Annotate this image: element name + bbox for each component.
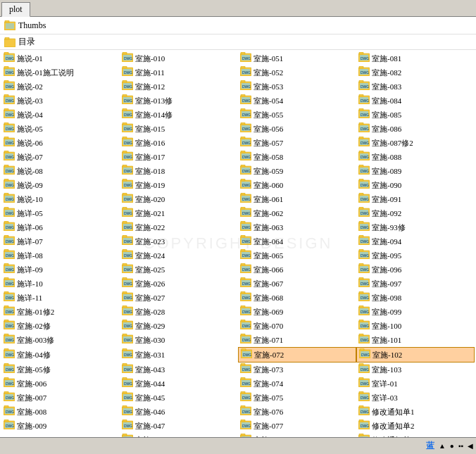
file-item[interactable]: DWG 室施-092 bbox=[356, 206, 475, 220]
file-item[interactable]: DWG 室施-017 bbox=[120, 150, 238, 164]
file-item[interactable]: DWG 室施-091 bbox=[356, 192, 475, 206]
file-item[interactable]: DWG 室施-096 bbox=[356, 263, 475, 277]
file-item[interactable]: DWG 室施-060 bbox=[238, 178, 356, 192]
file-item[interactable]: DWG 施详-06 bbox=[1, 220, 120, 234]
tab-plot[interactable]: plot bbox=[1, 2, 30, 17]
file-item[interactable]: DWG 室施-05修 bbox=[1, 362, 120, 377]
file-item[interactable]: DWG 室施-071 bbox=[238, 333, 356, 347]
file-item[interactable]: DWG 室施-095 bbox=[356, 248, 475, 263]
file-item[interactable]: DWG 室施-056 bbox=[238, 122, 356, 136]
file-item[interactable]: DWG 室施-022 bbox=[120, 220, 238, 234]
file-item[interactable]: DWG 室施-098 bbox=[356, 291, 475, 305]
file-item[interactable]: DWG 室施-077 bbox=[238, 419, 356, 433]
file-item[interactable]: DWG 室施-076 bbox=[238, 405, 356, 419]
file-item[interactable]: DWG 室施-048 bbox=[120, 433, 238, 437]
file-item[interactable]: DWG 室施-007 bbox=[1, 391, 120, 405]
file-item[interactable]: DWG 施详-08 bbox=[1, 248, 120, 263]
file-item[interactable]: DWG 室施-015 bbox=[120, 122, 238, 136]
file-item[interactable]: DWG 室施-086 bbox=[356, 122, 475, 136]
file-item[interactable]: DWG 室施-012 bbox=[120, 80, 238, 94]
file-item[interactable]: DWG 室施-102 bbox=[356, 347, 475, 362]
file-item[interactable]: DWG 室施-045 bbox=[120, 391, 238, 405]
file-item[interactable]: DWG 施说-10 bbox=[1, 192, 120, 206]
file-item[interactable]: DWG 施详-07 bbox=[1, 234, 120, 248]
file-item[interactable]: DWG 室施-081 bbox=[356, 51, 475, 65]
file-item[interactable]: DWG 室施-006 bbox=[1, 377, 120, 391]
file-item[interactable]: DWG 室施-011 bbox=[120, 65, 238, 80]
file-item[interactable]: DWG 室详-03 bbox=[356, 391, 475, 405]
file-item[interactable]: DWG 室施-053 bbox=[238, 80, 356, 94]
file-item[interactable]: DWG 室施-93修 bbox=[356, 220, 475, 234]
file-item[interactable]: DWG 室施-014修 bbox=[120, 108, 238, 122]
file-item[interactable]: DWG 室施-024 bbox=[120, 248, 238, 263]
file-item[interactable]: DWG 室施-078 bbox=[238, 433, 356, 437]
file-item[interactable]: DWG 室施-051 bbox=[238, 51, 356, 65]
file-item[interactable]: DWG 室施-01修2 bbox=[1, 305, 120, 319]
file-item[interactable]: DWG 室施-059 bbox=[238, 164, 356, 178]
file-item[interactable]: DWG 室施-063 bbox=[238, 220, 356, 234]
file-item[interactable]: DWG 修改通知单2 bbox=[356, 419, 475, 433]
file-item[interactable]: DWG 室施-084 bbox=[356, 94, 475, 108]
file-item[interactable]: DWG 室施-088 bbox=[356, 150, 475, 164]
file-item[interactable]: DWG 室施-094 bbox=[356, 234, 475, 248]
file-item[interactable]: DWG 室施-064 bbox=[238, 234, 356, 248]
file-item[interactable]: DWG 室施-057 bbox=[238, 136, 356, 150]
file-item[interactable]: DWG 室施-065 bbox=[238, 248, 356, 263]
file-item[interactable]: DWG 室详-01 bbox=[356, 377, 475, 391]
file-item[interactable]: DWG 室施-070 bbox=[238, 319, 356, 333]
file-item[interactable]: DWG 室施-083 bbox=[356, 80, 475, 94]
file-item[interactable]: DWG 室施-029 bbox=[120, 319, 238, 333]
file-item[interactable]: DWG 施说-05 bbox=[1, 122, 120, 136]
file-item[interactable]: DWG 室施-072 bbox=[238, 347, 356, 362]
file-item[interactable]: DWG 室施-02修 bbox=[1, 319, 120, 333]
file-item[interactable]: DWG 修改通知单3 bbox=[356, 433, 475, 437]
file-item[interactable]: DWG 施说-01施工说明 bbox=[1, 65, 120, 80]
file-item[interactable]: DWG 室施-055 bbox=[238, 108, 356, 122]
file-item[interactable]: DWG 施详-09 bbox=[1, 263, 120, 277]
file-item[interactable]: DWG 室施-020 bbox=[120, 192, 238, 206]
file-item[interactable]: DWG 室施-097 bbox=[356, 277, 475, 291]
file-item[interactable]: DWG 室施-018 bbox=[120, 164, 238, 178]
file-item[interactable]: DWG 室施-052 bbox=[238, 65, 356, 80]
file-item[interactable]: DWG 室施-061 bbox=[238, 192, 356, 206]
file-item[interactable]: DWG 施说-01 bbox=[1, 51, 120, 65]
file-item[interactable]: DWG 施说-02 bbox=[1, 80, 120, 94]
file-item[interactable]: DWG 室施-067 bbox=[238, 277, 356, 291]
file-item[interactable]: DWG 室施-066 bbox=[238, 263, 356, 277]
file-item[interactable]: DWG 室施-003修 bbox=[1, 333, 120, 347]
file-item[interactable]: DWG 室施-099 bbox=[356, 305, 475, 319]
file-item[interactable]: DWG 施详-10 bbox=[1, 277, 120, 291]
file-item[interactable]: DWG 施说-07 bbox=[1, 150, 120, 164]
file-item[interactable]: DWG 室施-019 bbox=[120, 178, 238, 192]
file-item[interactable]: DWG 室施-044 bbox=[120, 377, 238, 391]
file-item[interactable]: DWG 施详-05 bbox=[1, 206, 120, 220]
file-item[interactable]: DWG 室施-026 bbox=[120, 277, 238, 291]
file-item[interactable]: DWG 室施-027 bbox=[120, 291, 238, 305]
file-item[interactable]: DWG 室施-047 bbox=[120, 419, 238, 433]
file-item[interactable]: DWG 施说-09 bbox=[1, 178, 120, 192]
file-item[interactable]: DWG 室施-089 bbox=[356, 164, 475, 178]
file-item[interactable]: DWG 室施-074 bbox=[238, 377, 356, 391]
file-item[interactable]: DWG 室施-031 bbox=[120, 347, 238, 362]
file-item[interactable]: DWG 室施-023 bbox=[120, 234, 238, 248]
file-item[interactable]: DWG 室施-101 bbox=[356, 333, 475, 347]
file-item[interactable]: DWG 室施-046 bbox=[120, 405, 238, 419]
file-item[interactable]: DWG 室施-100 bbox=[356, 319, 475, 333]
file-item[interactable]: DWG 施说-08 bbox=[1, 164, 120, 178]
file-item[interactable]: DWG 室施-008 bbox=[1, 405, 120, 419]
file-item[interactable]: DWG 施说-04 bbox=[1, 108, 120, 122]
file-item[interactable]: DWG 室施-062 bbox=[238, 206, 356, 220]
file-item[interactable]: DWG 室施-04修 bbox=[1, 347, 120, 362]
file-item[interactable]: DWG 室施-085 bbox=[356, 108, 475, 122]
file-item[interactable] bbox=[1, 433, 120, 437]
file-item[interactable]: DWG 室施-087修2 bbox=[356, 136, 475, 150]
file-item[interactable]: DWG 施详-11 bbox=[1, 291, 120, 305]
file-item[interactable]: DWG 施说-03 bbox=[1, 94, 120, 108]
file-item[interactable]: DWG 室施-009 bbox=[1, 419, 120, 433]
file-item[interactable]: DWG 室施-082 bbox=[356, 65, 475, 80]
file-item[interactable]: DWG 室施-069 bbox=[238, 305, 356, 319]
file-item[interactable]: DWG 室施-043 bbox=[120, 362, 238, 377]
file-item[interactable]: DWG 室施-016 bbox=[120, 136, 238, 150]
file-item[interactable]: DWG 室施-058 bbox=[238, 150, 356, 164]
file-item[interactable]: DWG 室施-013修 bbox=[120, 94, 238, 108]
